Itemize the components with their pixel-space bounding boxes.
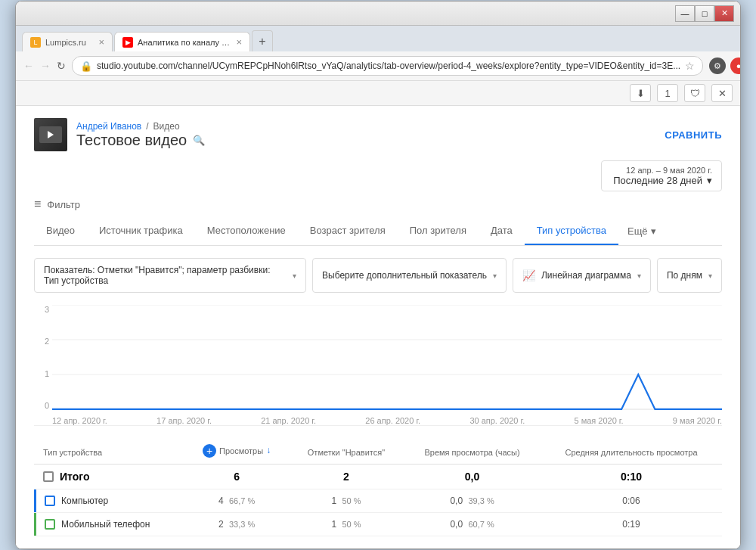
extension-icon-2[interactable]: ● [730,57,741,74]
download-bar-close[interactable]: ✕ [711,84,733,102]
data-table: Тип устройства + Просмотры ↓ Отметки "Нр… [34,438,722,536]
computer-likes: 1 50 % [289,489,404,513]
mobile-likes: 1 50 % [289,513,404,536]
main-content: Андрей Иванов / Видео Тестовое видео 🔍 С… [16,106,740,548]
search-icon[interactable]: 🔍 [193,135,205,146]
url-text: studio.youtube.com/channel/UCymREPCpHNoh… [97,61,680,71]
forward-button[interactable]: → [40,57,51,75]
chart-type-caret: ▾ [637,272,641,280]
add-column-button[interactable]: + [203,444,216,458]
col-likes: Отметки "Нравится" [289,438,404,465]
title-bar: — □ ✕ [16,2,740,26]
computer-color-bar [34,489,36,512]
tab-youtube[interactable]: ▶ Аналитика по каналу - YouTub... × [114,32,250,51]
y-label-0: 0 [34,401,49,410]
address-bar: ← → ↻ 🔒 studio.youtube.com/channel/UCymR… [16,51,740,81]
period-label: По дням [667,270,702,281]
tab-youtube-favicon: ▶ [122,37,133,48]
tab-youtube-label: Аналитика по каналу - YouTub... [138,38,231,47]
computer-checkbox[interactable] [45,496,55,506]
minimize-button[interactable]: — [675,5,695,22]
tab-date[interactable]: Дата [479,217,525,245]
tab-location[interactable]: Местоположение [195,217,298,245]
close-window-button[interactable]: ✕ [714,5,734,22]
mobile-avg-duration: 0:19 [541,513,722,536]
maximize-button[interactable]: □ [695,5,714,22]
channel-title-row: Тестовое видео 🔍 [76,132,205,149]
mobile-views: 2 33,3 % [184,513,289,536]
computer-watch-time-pct: 39,3 % [468,496,494,505]
chart-controls: Показатель: Отметки "Нравится"; параметр… [34,258,722,293]
tab-youtube-close[interactable]: × [236,36,242,48]
mobile-checkbox[interactable] [45,519,55,530]
date-range-selector[interactable]: 12 апр. – 9 мая 2020 г. Последние 28 дне… [601,160,722,191]
period-selector[interactable]: По дням ▾ [657,258,722,293]
table-row-computer: Компьютер 4 66,7 % 1 50 % 0,0 39,3 % [34,489,722,513]
url-bar[interactable]: 🔒 studio.youtube.com/channel/UCymREPCpHN… [72,56,703,76]
download-icon[interactable]: ⬇ [630,84,651,102]
channel-left: Андрей Иванов / Видео Тестовое видео 🔍 [34,118,205,151]
breadcrumb-channel-name: Андрей Иванов [76,121,141,132]
table-row-total: Итого 6 2 0,0 0:10 [34,465,722,489]
tab-lumpics[interactable]: L Lumpics.ru × [22,32,113,51]
secondary-metric-selector[interactable]: Выберите дополнительный показатель ▾ [312,258,507,293]
date-range-bar: 12 апр. – 9 мая 2020 г. Последние 28 дне… [34,160,722,191]
analytics-tabs: Видео Источник трафика Местоположение Во… [34,217,722,246]
mobile-views-pct: 33,3 % [229,520,255,529]
x-label-3: 26 апр. 2020 г. [365,416,420,425]
tab-more[interactable]: Ещё ▾ [618,217,665,245]
back-button[interactable]: ← [23,57,34,75]
extension-icon-1[interactable]: ⚙ [709,57,726,74]
total-likes: 2 [289,465,404,489]
tab-video[interactable]: Видео [34,217,87,245]
date-range-value: Последние 28 дней ▾ [613,175,712,186]
chart-x-axis: 12 апр. 2020 г. 17 апр. 2020 г. 21 апр. … [52,416,722,425]
computer-watch-time: 0,0 39,3 % [404,489,541,513]
tab-gender[interactable]: Пол зрителя [398,217,479,245]
chart-type-selector[interactable]: 📈 Линейная диаграмма ▾ [513,258,651,293]
col-device-type: Тип устройства [34,438,184,465]
notification-badge[interactable]: 1 [657,84,678,102]
total-checkbox[interactable] [43,471,54,482]
computer-views-pct: 66,7 % [229,496,255,505]
tab-device[interactable]: Тип устройства [525,217,618,245]
breadcrumb-separator: / [146,121,148,132]
browser-tabs-bar: L Lumpics.ru × ▶ Аналитика по каналу - Y… [16,26,740,51]
tab-lumpics-close[interactable]: × [98,36,104,48]
chart-y-axis: 3 2 1 0 [34,305,49,410]
total-label: Итого [60,471,89,483]
y-label-1: 1 [34,369,49,378]
new-tab-button[interactable]: + [252,30,273,51]
y-label-3: 3 [34,305,49,314]
compare-button[interactable]: СРАВНИТЬ [665,129,722,141]
mobile-likes-pct: 50 % [342,520,361,529]
metric-selector[interactable]: Показатель: Отметки "Нравится"; параметр… [34,258,306,293]
chart-area: 3 2 1 0 12 а [34,305,722,426]
computer-likes-pct: 50 % [342,496,361,505]
secondary-metric-caret: ▾ [493,272,497,280]
y-label-2: 2 [34,337,49,346]
col-views: + Просмотры ↓ [184,438,289,465]
refresh-button[interactable]: ↻ [57,57,66,75]
shield-icon[interactable]: 🛡 [684,84,705,102]
bookmark-icon[interactable]: ☆ [685,60,695,72]
secondary-metric-label: Выберите дополнительный показатель [322,270,487,281]
total-device-cell: Итого [34,465,184,489]
x-label-6: 9 мая 2020 г. [673,416,722,425]
filter-bar: ≡ Фильтр [34,197,722,211]
breadcrumb-section: Видео [153,121,180,132]
computer-label: Компьютер [61,496,108,506]
tab-age[interactable]: Возраст зрителя [298,217,398,245]
filter-label: Фильтр [47,199,80,210]
metric-label: Показатель: Отметки "Нравится"; параметр… [44,265,287,286]
col-avg-duration: Средняя длительность просмотра [541,438,722,465]
total-avg-duration: 0:10 [541,465,722,489]
x-label-5: 5 мая 2020 г. [574,416,623,425]
download-bar: ⬇ 1 🛡 ✕ [16,81,740,106]
mobile-color-bar [34,513,36,536]
browser-window: — □ ✕ L Lumpics.ru × ▶ Аналитика по кана… [15,1,741,549]
channel-header: Андрей Иванов / Видео Тестовое видео 🔍 С… [34,118,722,151]
chart-svg [52,305,722,410]
x-label-4: 30 апр. 2020 г. [469,416,525,425]
tab-traffic[interactable]: Источник трафика [87,217,195,245]
